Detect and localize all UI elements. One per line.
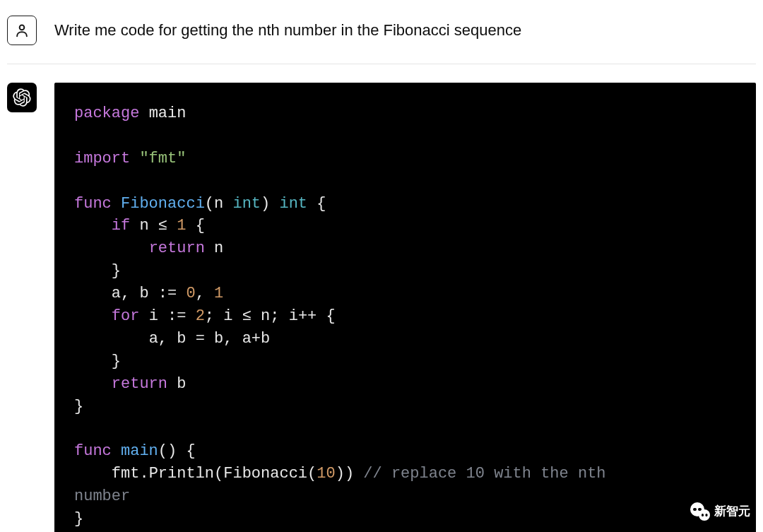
code-token: package xyxy=(74,105,139,122)
code-token: if xyxy=(112,217,130,235)
code-token: Fibonacci xyxy=(223,465,307,483)
code-token: ≤ xyxy=(242,307,252,325)
watermark: 新智元 xyxy=(690,501,750,521)
code-token: ≤ xyxy=(158,217,167,235)
assistant-message-row: package main import "fmt" func Fibonacci… xyxy=(7,64,756,532)
code-token: import xyxy=(74,150,130,167)
user-message-row: Write me code for getting the nth number… xyxy=(7,7,756,64)
openai-icon xyxy=(13,88,31,107)
svg-point-0 xyxy=(20,25,25,30)
code-token: a xyxy=(242,330,252,348)
code-token: n xyxy=(261,307,270,325)
code-token: n xyxy=(214,240,223,257)
code-token: := xyxy=(167,307,186,325)
code-token: b xyxy=(214,330,223,348)
wechat-icon xyxy=(690,501,710,521)
code-token: return xyxy=(112,375,167,393)
user-prompt-text: Write me code for getting the nth number… xyxy=(54,16,521,41)
code-token: return xyxy=(149,240,205,257)
watermark-text: 新智元 xyxy=(714,503,750,519)
code-token: func xyxy=(74,195,112,213)
user-avatar xyxy=(7,16,37,45)
code-token: b xyxy=(139,285,148,302)
code-token: main xyxy=(149,105,187,122)
code-token: i xyxy=(289,307,298,325)
code-token: i xyxy=(223,307,232,325)
code-token: 1 xyxy=(214,285,223,302)
code-token: int xyxy=(279,195,307,213)
code-token: for xyxy=(112,307,140,325)
assistant-avatar xyxy=(7,83,37,112)
code-token: Fibonacci xyxy=(121,195,205,213)
code-token: fmt xyxy=(112,465,140,483)
code-token: // replace 10 with the nth xyxy=(363,465,605,483)
code-token: n xyxy=(139,217,148,235)
code-token: ++ xyxy=(298,307,317,325)
code-token: int xyxy=(232,195,261,213)
code-token: i xyxy=(149,307,158,325)
code-token: b xyxy=(177,375,186,393)
code-token: a xyxy=(112,285,121,302)
code-token: 2 xyxy=(196,307,205,325)
code-token: := xyxy=(158,285,177,302)
code-token: func xyxy=(74,442,112,460)
code-token: b xyxy=(261,330,270,348)
code-token: 0 xyxy=(186,285,195,302)
code-token: 10 xyxy=(317,465,335,483)
code-token: 1 xyxy=(177,217,186,235)
code-token: b xyxy=(177,330,186,348)
code-token: n xyxy=(214,195,223,213)
code-token: a xyxy=(149,330,158,348)
code-token: number xyxy=(74,487,130,505)
user-icon xyxy=(14,23,30,38)
code-block[interactable]: package main import "fmt" func Fibonacci… xyxy=(54,83,756,532)
code-token: Println xyxy=(149,465,214,483)
code-token: "fmt" xyxy=(139,150,186,167)
code-token: main xyxy=(121,442,158,460)
